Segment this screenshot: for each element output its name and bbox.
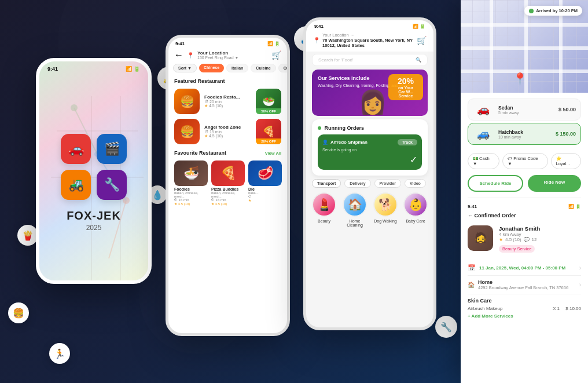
phone4-provider-card: 🧔 Jonathan Smith 4 km Away ★ 4.5 (10) 💬 … <box>461 221 588 257</box>
filter-cuisine1[interactable]: Cuisine <box>251 64 275 72</box>
calendar-icon: 📅 <box>468 264 476 272</box>
phone3-cart-icon[interactable]: 🛒 <box>417 36 427 45</box>
booking-service-label: Skin Care <box>468 298 581 304</box>
phone1-content: 9:41 📶 🔋 🚗 🎬 🚜 🔧 FOX-JEK 2025 <box>39 61 148 280</box>
car-option-sedan[interactable]: 🚗 Sedan 5 min away $ 50.00 <box>468 99 581 121</box>
fav-name-foodies: Foodies <box>174 187 208 191</box>
phone3-signal: 📶 🔋 <box>413 24 425 29</box>
phone3-status-bar: 9:41 📶 🔋 <box>306 20 433 30</box>
fav-card-die[interactable]: 🥩 Die Italia... ⏱ ★ <box>248 161 282 206</box>
filter-cuisine2[interactable]: Cuisine <box>278 64 287 72</box>
provider-service-badge: Beauty Service <box>499 245 535 253</box>
phone4-confirmed-signal: 📶 🔋 <box>568 204 581 209</box>
phone2-cart-icon[interactable]: 🛒 <box>271 50 281 60</box>
service-dog[interactable]: 🐕 Dog Walking <box>373 192 398 227</box>
food-rating-angel: ★ 4.5 (10) <box>204 134 251 138</box>
float-burger-icon: 🍔 <box>8 302 29 323</box>
car-hatchback-name: Hatchback <box>498 129 523 135</box>
filter-chinese[interactable]: Chinese <box>199 64 224 72</box>
address-chevron-icon[interactable]: › <box>579 282 581 288</box>
phone3-running-user-row: 👤 Alfredo Shipman Track <box>322 139 417 145</box>
food-card-angel-img: 🍔 <box>174 119 200 144</box>
phone3-services: 9:41 📶 🔋 📍 Your Location → 70 Washington… <box>303 17 436 330</box>
car-option-hatchback[interactable]: 🚙 Hatchback 10 min away $ 150.00 <box>468 123 581 145</box>
car-hatchback-time: 10 min away <box>498 135 523 139</box>
phone1-signal: 📶 🔋 <box>126 66 140 72</box>
fav-name-pizza: Pizza Buddies <box>211 187 245 191</box>
ride-now-btn[interactable]: Ride Now <box>528 175 581 192</box>
fav-card-foodies[interactable]: 🍜 Foodies Italian, chinese, mexi... ⏱ 15… <box>174 161 208 206</box>
phone2-view-all[interactable]: View All <box>265 151 281 156</box>
schedule-ride-btn[interactable]: Schedule Ride <box>468 175 523 192</box>
date-chevron-icon[interactable]: › <box>579 265 581 271</box>
phone3-running-username: Alfredo Shipman <box>330 140 368 145</box>
food-card-angel-info: Angel food Zone ⏱ 15 min ★ 4.5 (10) <box>204 125 251 138</box>
reviews-icon: 💬 <box>524 237 530 242</box>
food-card-foodies-info: Foodies Resta... ⏱ 20 min ★ 4.5 (10) <box>204 94 251 108</box>
fav-img-die: 🥩 <box>248 161 282 186</box>
map-location-pin: 📍 <box>513 72 527 86</box>
service-cleaning[interactable]: 🏠 Home Cleaning <box>342 192 368 227</box>
car-hatchback-price: $ 150.00 <box>556 131 576 137</box>
phone1-icon-service[interactable]: 🔧 <box>97 170 127 200</box>
fav-food-img3: 🥩 <box>248 161 282 186</box>
phone2-signal: 📶 🔋 <box>267 41 280 46</box>
car-sedan-icon: 🚗 <box>473 103 494 116</box>
tab-provider[interactable]: Provider <box>374 179 401 188</box>
phone1-icon-ride[interactable]: 🚗 <box>61 134 91 164</box>
fav-food-img2: 🍕 <box>211 161 245 186</box>
car-sedan-time: 5 min away <box>498 111 519 115</box>
phone1-icon-transport[interactable]: 🚜 <box>61 170 91 200</box>
reviews-count: 12 <box>532 237 537 242</box>
fav-card-pizza[interactable]: 🍕 Pizza Buddies Italian, chinese, mexi..… <box>211 161 245 206</box>
phone3-location-address: 70 Washington Square South, New York, NY… <box>322 38 414 48</box>
filter-sort[interactable]: Sort ▼ <box>173 64 197 72</box>
booking-address-info: Home 4292 Broadway Avenue Fall Branch, T… <box>478 279 568 290</box>
service-beauty[interactable]: 💄 Beauty <box>312 192 336 227</box>
phone2-fav-title: Favourite Restaurant <box>174 150 226 156</box>
phone3-location-label: Your Location → <box>322 32 414 38</box>
booking-add-services-btn[interactable]: + Add More Services <box>468 313 581 319</box>
phone3-search-placeholder: Search for 'Food' <box>318 57 353 63</box>
food-card-foodies[interactable]: 🍔 Foodies Resta... ⏱ 20 min ★ 4.5 (10) 🥗… <box>168 86 287 116</box>
phone3-track-btn[interactable]: Track <box>398 139 417 145</box>
booking-address-label: Home <box>478 279 568 285</box>
provider-avatar: 🧔 <box>468 225 493 251</box>
phone3-search-bar[interactable]: Search for 'Food' 🔍 <box>312 54 428 66</box>
provider-name: Jonathan Smith <box>499 225 540 232</box>
phone4-back-btn[interactable]: ← Confirmed Order <box>468 213 516 218</box>
food-badge-foodies: 50% OFF <box>256 108 281 114</box>
pay-chip-loyal[interactable]: ⭐ Loyal... <box>551 153 581 169</box>
pay-chip-cash[interactable]: 💵 Cash ▼ <box>468 153 499 169</box>
car-sedan-name: Sedan <box>498 105 519 111</box>
provider-avatar-img: 🧔 <box>473 231 488 245</box>
booking-address-value: 4292 Broadway Avenue Fall Branch, TN 376… <box>478 285 568 290</box>
phone3-running-user-info: 👤 Alfredo Shipman <box>322 140 368 145</box>
provider-distance: 4 km Away <box>499 232 540 237</box>
arrived-text: Arrived by 10:20 PM <box>536 8 578 13</box>
phone2-location-name: 150 Feet Ring Road ▼ <box>197 56 239 60</box>
phone4-confirmed-status: 9:41 📶 🔋 <box>461 200 588 210</box>
phone2-back-icon[interactable]: ← <box>174 50 183 60</box>
phone3-banner-promo: 20% on Your Car W... Service <box>388 74 423 100</box>
tab-transport[interactable]: Transport <box>312 179 341 188</box>
car-hatchback-icon: 🚙 <box>473 127 494 141</box>
fav-rating-pizza: ★ 4.5 (10) <box>211 202 245 206</box>
food-card-angel[interactable]: 🍔 Angel food Zone ⏱ 15 min ★ 4.5 (10) 🍕 … <box>168 116 287 147</box>
service-baby-img: 👶 <box>403 192 428 217</box>
tab-delivery[interactable]: Delivery <box>344 179 370 188</box>
phone3-running-orders: Running Orders 👤 Alfredo Shipman Track S… <box>312 119 428 176</box>
service-beauty-img: 💄 <box>312 192 336 217</box>
filter-italian[interactable]: Italian <box>226 64 248 72</box>
phone1-icon-movie[interactable]: 🎬 <box>97 134 127 164</box>
pay-chip-promo[interactable]: 🏷 Promo Code ▼ <box>502 153 547 169</box>
service-baby[interactable]: 👶 Baby Care <box>403 192 428 227</box>
float-wrench-icon: 🔧 <box>435 316 457 338</box>
tab-video[interactable]: Video <box>405 179 426 188</box>
float-person-icon: 🏃 <box>49 343 70 364</box>
booking-item-qty-price: X 1 $ 10.00 <box>553 306 581 311</box>
phone4-map: Arrived by 10:20 PM 📍 <box>461 0 588 93</box>
phone3-location-bar: 📍 Your Location → 70 Washington Square S… <box>306 30 433 52</box>
phone3-status-icon: ✓ <box>322 154 417 165</box>
phone2-time: 9:41 <box>175 41 185 46</box>
